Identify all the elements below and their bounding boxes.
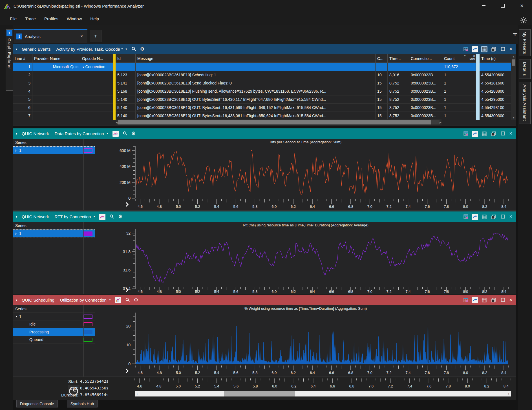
table-cell-time[interactable]: 4.554200600 — [480, 71, 511, 79]
series-color-swatch[interactable] — [83, 231, 92, 236]
expand-down-icon[interactable]: ▼ — [82, 66, 85, 69]
table-cell-cpu[interactable]: 10 — [376, 71, 388, 79]
table-cell-connection[interactable]: 0x0000023B... — [409, 112, 442, 120]
table-cell-message[interactable]: [conn][0x0000023BC3618E10] OUT: BytesSen… — [136, 112, 376, 120]
expand-chart-icon[interactable] — [125, 287, 129, 293]
table-cell-time[interactable]: 4.554281600 — [480, 79, 511, 87]
events-vertical-scrollbar[interactable]: ▲▼ — [511, 54, 516, 120]
scroll-left-icon[interactable]: ‹ — [135, 392, 139, 395]
table-cell-provider[interactable] — [32, 95, 80, 104]
view-dropdown-icon[interactable]: ▼ — [125, 48, 127, 50]
close-panel-icon[interactable]: × — [509, 214, 512, 220]
column-header-connection[interactable]: Connectio... — [409, 54, 442, 63]
generic-events-header[interactable]: ▼ Generic Events Activity by Provider, T… — [13, 44, 516, 54]
gear-icon[interactable]: ⚙ — [134, 298, 138, 302]
gear-icon[interactable]: ⚙ — [118, 214, 122, 219]
view-editor-icon[interactable] — [463, 214, 469, 220]
view-preset-name[interactable]: Utilization by Connection — [60, 298, 107, 302]
right-tab-my-presets[interactable]: My Presets — [519, 29, 531, 56]
series-color-swatch[interactable] — [83, 330, 92, 334]
table-cell-line[interactable]: 2 — [13, 71, 32, 79]
close-button[interactable]: × — [515, 0, 528, 11]
table-cell-message[interactable] — [136, 63, 376, 71]
table-cell-count[interactable]: 1 — [442, 104, 476, 112]
table-cell-provider[interactable]: Microsoft-Quic — [32, 63, 80, 71]
series-item-1[interactable]: ▷1 — [13, 229, 95, 237]
column-header-time[interactable]: Time (s) — [480, 54, 511, 63]
table-view-icon[interactable] — [481, 46, 487, 52]
table-cell-cpu[interactable]: 15 — [376, 79, 388, 87]
table-cell-time[interactable]: 4.554295000 — [480, 95, 511, 104]
table-cell-provider[interactable] — [32, 87, 80, 95]
view-dropdown-icon[interactable]: ▼ — [109, 299, 111, 301]
table-cell-cpu[interactable]: 15 — [376, 112, 388, 120]
view-dropdown-icon[interactable]: ▼ — [106, 132, 109, 135]
scroll-right-icon[interactable]: › — [506, 392, 511, 395]
table-view-icon[interactable] — [481, 131, 487, 137]
series-color-swatch[interactable] — [83, 338, 92, 342]
theme-toggle-icon[interactable] — [520, 17, 527, 24]
timeline-scrollbar[interactable]: ‹ › — [135, 391, 511, 396]
rates-panel-header[interactable]: ▼QUIC NetworkData Rates by Connection▼⚙× — [13, 128, 516, 139]
events-table[interactable]: Line #1234567Provider NameMicrosoft-Quic… — [13, 54, 516, 120]
table-cell-id[interactable]: 5,140 — [116, 104, 136, 112]
preset-thumbnail-icon[interactable] — [99, 214, 105, 220]
table-cell-line[interactable]: 1 — [13, 63, 32, 71]
table-cell-cpu[interactable]: 15 — [376, 104, 388, 112]
series-item-1[interactable]: ▷1 — [13, 146, 95, 154]
table-cell-provider[interactable] — [32, 112, 80, 120]
cascade-window-icon[interactable] — [491, 214, 497, 220]
scroll-right-icon[interactable]: ▶ — [440, 120, 442, 125]
rtt-panel-header[interactable]: ▼QUIC NetworkRTT by Connection▼⚙× — [13, 211, 516, 222]
view-editor-icon[interactable] — [463, 46, 469, 52]
maximize-panel-icon[interactable] — [500, 214, 506, 220]
column-header-id[interactable]: Id — [116, 54, 136, 63]
table-cell-opcode[interactable] — [80, 79, 113, 87]
table-cell-line[interactable]: 6 — [13, 104, 32, 112]
expand-chart-icon[interactable] — [125, 202, 129, 208]
menu-item-window[interactable]: Window — [63, 12, 86, 25]
table-cell-message[interactable]: [conn][0x0000023BC3618E10] Scheduling: 1 — [136, 71, 376, 79]
table-cell-opcode[interactable] — [80, 104, 113, 112]
table-cell-thread[interactable]: 8,752 — [388, 112, 409, 120]
scroll-down-icon[interactable]: ▼ — [513, 115, 515, 120]
sidebar-tab-graph-explorer[interactable]: 1 Graph Explorer — [6, 29, 13, 91]
scrollbar-thumb[interactable] — [512, 59, 515, 66]
search-icon[interactable] — [109, 214, 114, 220]
menu-item-profiles[interactable]: Profiles — [40, 12, 63, 25]
tab-close-icon[interactable]: × — [79, 34, 85, 39]
table-cell-connection[interactable]: 0x0000023B... — [409, 87, 442, 95]
table-cell-connection[interactable]: 0x0000023B... — [409, 104, 442, 112]
preset-thumbnail-icon[interactable] — [115, 297, 121, 303]
table-cell-connection[interactable]: 0x0000023B... — [409, 71, 442, 79]
graph-view-icon[interactable] — [472, 131, 478, 137]
table-cell-id[interactable]: 5,168 — [116, 87, 136, 95]
series-item-idle[interactable]: Idle — [13, 320, 95, 328]
rates-chart[interactable]: Bits per Second at Time (Aggregation: Su… — [95, 139, 516, 211]
table-cell-opcode[interactable] — [80, 71, 113, 79]
table-cell-connection[interactable]: 0x0000023B... — [409, 79, 442, 87]
column-header-opcode[interactable]: Opcode N... — [80, 54, 113, 63]
util-chart[interactable]: % Weight using resource time as [Time,Ti… — [95, 305, 516, 377]
series-expand-right-icon[interactable]: ▷ — [15, 149, 19, 152]
gear-icon[interactable]: ⚙ — [140, 47, 144, 52]
table-cell-id[interactable]: 5,140 — [116, 95, 136, 104]
maximize-panel-icon[interactable] — [500, 46, 506, 52]
column-header-message[interactable]: Message — [136, 54, 376, 63]
table-cell-line[interactable]: 7 — [13, 112, 32, 120]
collapse-tabs-icon[interactable]: ▼ — [513, 33, 517, 36]
table-cell-time[interactable]: 4.554300300 — [480, 112, 511, 120]
series-expand-down-icon[interactable]: ▼ — [15, 315, 19, 318]
minimize-button[interactable] — [477, 0, 490, 11]
table-cell-cpu[interactable]: 15 — [376, 87, 388, 95]
close-panel-icon[interactable]: × — [509, 46, 512, 52]
table-view-icon[interactable] — [481, 297, 487, 303]
table-cell-count[interactable]: 110,672 — [442, 63, 476, 71]
table-cell-provider[interactable] — [32, 79, 80, 87]
table-cell-thread[interactable]: 8,752 — [388, 79, 409, 87]
table-cell-count[interactable]: 1 — [442, 95, 476, 104]
timeline-scrollbar-thumb[interactable] — [224, 391, 295, 396]
table-cell-provider[interactable] — [32, 71, 80, 79]
util-panel-header[interactable]: ▼QUIC SchedulingUtilization by Connectio… — [13, 295, 516, 305]
table-cell-id[interactable]: 5,140 — [116, 112, 136, 120]
